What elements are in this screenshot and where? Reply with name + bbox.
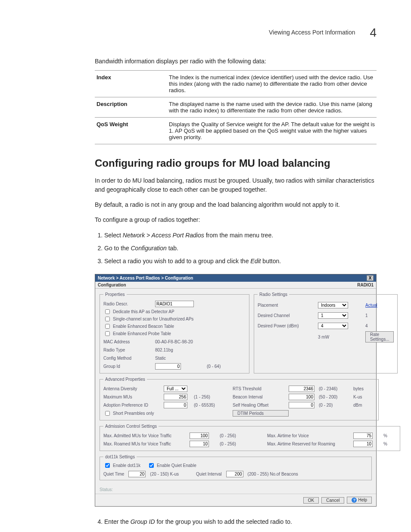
rts-range: (0 - 2346) — [319, 386, 353, 391]
max-admitted-mus-label: Max. Admitted MUs for Voice Traffic — [103, 433, 190, 438]
quiet-interval-label: Quiet Interval — [196, 472, 221, 476]
radio-name-label: RADIO1 — [357, 283, 374, 287]
self-healing-label: Self Healing Offset — [233, 403, 289, 408]
beacon-interval-input[interactable] — [289, 394, 314, 400]
definitions-table: Index The Index is the numerical index (… — [95, 70, 377, 144]
group-id-label: Group Id — [103, 364, 155, 369]
steps-list-cont: Enter the Group ID for the group you wis… — [95, 517, 377, 527]
beacon-interval-label: Beacon Interval — [233, 395, 289, 399]
desc-description: The displayed name is the name used with… — [167, 97, 377, 118]
max-airtime-roaming-label: Max. Airtime Reserved for Roaming — [267, 442, 353, 446]
detector-ap-checkbox[interactable]: Dedicate this AP as Detector AP — [103, 308, 246, 315]
antenna-diversity-label: Antenna Diversity — [103, 386, 164, 391]
term-description: Description — [95, 97, 167, 118]
radio-descr-input[interactable] — [155, 301, 194, 307]
self-healing-input[interactable] — [289, 402, 314, 408]
radio-type-value: 802.11bg — [155, 348, 207, 352]
beacon-table-checkbox[interactable]: Enable Enhanced Beacon Table — [103, 323, 246, 330]
quiet-interval-input[interactable] — [226, 471, 243, 477]
desired-power-select[interactable]: 4 — [318, 323, 348, 329]
para-3: To configure a group of radios together: — [95, 215, 377, 224]
self-healing-range: (0 - 20) — [319, 403, 353, 408]
properties-legend: Properties — [103, 292, 127, 297]
enable-dot11k-checkbox[interactable]: Enable dot11k — [103, 462, 140, 469]
antenna-diversity-select[interactable]: Full ... — [164, 386, 187, 392]
dialog-title: Network > Access Port Radios > Configura… — [98, 276, 193, 280]
config-method-value: Static — [155, 356, 207, 361]
placement-label: Placement — [258, 303, 318, 308]
help-button[interactable]: ?Help — [347, 497, 372, 504]
chapter-number: 4 — [370, 26, 377, 39]
adoption-pref-input[interactable] — [164, 402, 187, 408]
maximum-mus-input[interactable] — [164, 394, 187, 400]
actual-link[interactable]: Actual — [365, 303, 391, 308]
radio-type-label: Radio Type — [103, 348, 155, 352]
table-row: QoS Weight Displays the Quality of Servi… — [95, 118, 377, 144]
dtim-periods-button[interactable]: DTIM Periods — [233, 410, 289, 417]
pct-1: % — [383, 433, 396, 438]
rts-threshold-input[interactable] — [289, 386, 314, 392]
placement-select[interactable]: Indoors — [318, 302, 348, 308]
step-4: Enter the Group ID for the group you wis… — [104, 517, 377, 527]
dot11k-fieldset: dot11k Settings Enable dot11k Enable Qui… — [100, 454, 372, 480]
desired-channel-select[interactable]: 1 — [318, 312, 348, 319]
max-airtime-voice-label: Max. Airtime for Voice — [267, 433, 353, 438]
help-icon: ? — [352, 498, 357, 503]
max-airtime-roaming-input[interactable] — [353, 441, 373, 447]
desired-power-label: Desired Power (dBm) — [258, 324, 318, 328]
quiet-time-input[interactable] — [128, 471, 146, 477]
term-qos: QoS Weight — [95, 118, 167, 144]
beacon-interval-unit: K-us — [353, 395, 375, 399]
quiet-interval-range: (200 - 255) No.of Beacons — [248, 472, 298, 476]
rts-unit: bytes — [353, 386, 375, 391]
group-id-input[interactable] — [155, 363, 181, 370]
self-healing-unit: dBm — [353, 403, 375, 408]
header-title: Viewing Access Port Information — [269, 29, 355, 36]
cancel-button[interactable]: Cancel — [321, 497, 344, 504]
channel-actual: 1 — [365, 313, 391, 318]
max-admitted-mus-input[interactable] — [190, 432, 209, 439]
advanced-properties-fieldset: Advanced Properties Antenna Diversity Fu… — [100, 377, 379, 420]
admission-control-legend: Admission Control Settings — [103, 424, 159, 429]
max-roamed-mus-input[interactable] — [190, 441, 209, 447]
max-airtime-voice-input[interactable] — [353, 432, 373, 439]
adoption-pref-range: (0 - 65535) — [194, 403, 233, 408]
beacon-interval-range: (50 - 200) — [319, 395, 353, 399]
steps-list: Select Network > Access Port Radios from… — [95, 230, 377, 266]
dialog-titlebar: Network > Access Port Radios > Configura… — [95, 274, 376, 282]
properties-fieldset: Properties Radio Descr. Dedicate this AP… — [100, 292, 249, 373]
power-mw: 3 mW — [318, 335, 365, 339]
dot11k-legend: dot11k Settings — [103, 454, 137, 459]
enable-quiet-checkbox[interactable]: Enable Quiet Enable — [147, 462, 196, 469]
maximum-mus-range: (1 - 256) — [194, 395, 233, 399]
running-header: Viewing Access Port Information 4 — [95, 26, 377, 40]
quiet-time-range: (20 - 150) K-us — [150, 472, 179, 476]
desc-qos: Displays the Quality of Service weight f… — [167, 118, 377, 144]
max-roamed-mus-range: (0 - 256) — [220, 442, 254, 446]
step-2: Go to the Configuration tab. — [104, 243, 377, 254]
short-preambles-checkbox[interactable]: Short Preambles only — [103, 410, 233, 417]
status-bar: Status: — [95, 485, 376, 494]
rts-threshold-label: RTS Threshold — [233, 386, 289, 391]
max-admitted-mus-range: (0 - 256) — [220, 433, 254, 438]
power-actual: 4 — [365, 324, 391, 328]
para-1: In order to do MU load balancing, radios… — [95, 176, 377, 194]
radio-descr-label: Radio Descr. — [103, 302, 155, 306]
quiet-time-label: Quiet Time — [103, 472, 124, 476]
group-id-range: (0 - 64) — [207, 364, 246, 369]
maximum-mus-label: Maximum MUs — [103, 395, 164, 399]
advanced-properties-legend: Advanced Properties — [103, 377, 147, 382]
radio-settings-fieldset: Radio Settings Placement Indoors Actual … — [254, 292, 398, 373]
close-icon[interactable]: X — [367, 275, 374, 281]
mac-label: MAC Address — [103, 339, 155, 344]
section-heading: Configuring radio groups for MU load bal… — [95, 157, 377, 169]
rate-settings-button[interactable]: Rate Settings... — [365, 331, 394, 342]
probe-table-checkbox[interactable]: Enable Enhanced Probe Table — [103, 330, 246, 337]
ok-button[interactable]: OK — [303, 497, 319, 504]
single-channel-checkbox[interactable]: Single-channel scan for Unauthorized APs — [103, 315, 246, 323]
desc-index: The Index is the numerical index (device… — [167, 71, 377, 97]
max-roamed-mus-label: Max. Roamed MUs for Voice Traffic — [103, 442, 190, 446]
tab-configuration[interactable]: Configuration — [98, 283, 126, 287]
table-row: Description The displayed name is the na… — [95, 97, 377, 118]
table-row: Index The Index is the numerical index (… — [95, 71, 377, 97]
